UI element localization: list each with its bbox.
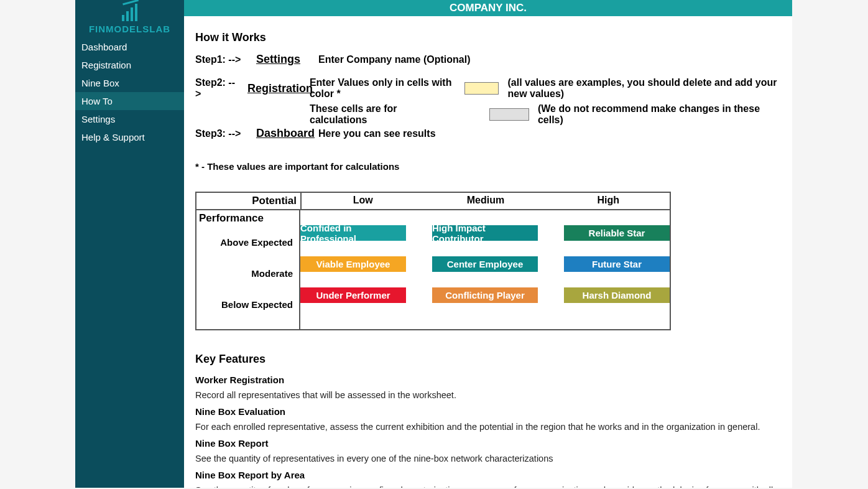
step3-desc: Here you can see results — [318, 128, 436, 139]
sidebar-item-how-to[interactable]: How To — [75, 92, 184, 110]
box-reliable-star: Reliable Star — [564, 225, 670, 241]
company-title: COMPANY INC. — [450, 2, 527, 14]
content-area: How it Works Step1: --> Settings Enter C… — [184, 16, 792, 488]
step3-row: Step3: --> Dashboard Here you can see re… — [195, 127, 781, 140]
step2-note1: (all values are examples, you should del… — [507, 77, 781, 100]
matrix-row-above: Above Expected — [196, 236, 299, 267]
key-features-title: Key Features — [195, 353, 781, 366]
box-harsh-diamond: Harsh Diamond — [564, 287, 670, 303]
box-confided-professional: Confided in Professional — [300, 225, 406, 241]
matrix-row-2: Under Performer Conflicting Player Harsh… — [300, 287, 670, 303]
matrix-col-medium: Medium — [424, 193, 547, 209]
matrix-header-row: Potential Low Medium High — [196, 193, 670, 210]
star-note: * - These values are important for calcu… — [195, 161, 781, 172]
matrix-row-below: Below Expected — [196, 298, 299, 329]
matrix-row-1: Viable Employee Center Employee Future S… — [300, 256, 670, 272]
feature-nine-box-report-p: See the quantity of representatives in e… — [195, 454, 781, 463]
main-area: COMPANY INC. How it Works Step1: --> Set… — [184, 0, 792, 488]
step3-label: Step3: --> — [195, 128, 247, 139]
brand-name: FINMODELSLAB — [89, 24, 170, 34]
box-future-star: Future Star — [564, 256, 670, 272]
step2-link[interactable]: Registration — [247, 82, 301, 95]
sidebar-item-settings[interactable]: Settings — [75, 110, 184, 128]
step1-desc: Enter Company name (Optional) — [318, 54, 470, 65]
gray-calc-cell — [489, 108, 529, 121]
step1-link[interactable]: Settings — [256, 53, 310, 66]
matrix-row-moderate: Moderate — [196, 267, 299, 298]
matrix-col-high: High — [547, 193, 670, 209]
step2-subdesc: These cells are for calculations — [310, 103, 453, 126]
sidebar-item-nine-box[interactable]: Nine Box — [75, 74, 184, 92]
box-high-impact: High Impact Contributor — [432, 225, 538, 241]
yellow-input-cell[interactable] — [464, 82, 499, 95]
step2-note2: (We do not recommend make changes in the… — [538, 103, 781, 126]
feature-nine-box-area-p: See the quantity of workers for every ni… — [195, 485, 781, 488]
feature-nine-box-area-h: Nine Box Report by Area — [195, 470, 781, 480]
matrix-corner-potential: Potential — [196, 193, 302, 209]
step2-label: Step2: --> — [195, 77, 239, 100]
feature-nine-box-eval-p: For each enrolled representative, assess… — [195, 422, 781, 432]
feature-nine-box-report-h: Nine Box Report — [195, 438, 781, 449]
box-conflicting-player: Conflicting Player — [432, 287, 538, 303]
box-center-employee: Center Employee — [432, 256, 538, 272]
app-window: FINMODELSLAB Dashboard Registration Nine… — [75, 0, 792, 488]
matrix-cells: Confided in Professional High Impact Con… — [300, 210, 670, 329]
brand-logo: FINMODELSLAB — [75, 1, 184, 38]
box-viable-employee: Viable Employee — [300, 256, 406, 272]
box-under-performer: Under Performer — [300, 287, 406, 303]
step2-subrow: These cells are for calculations (We do … — [310, 103, 781, 126]
step2-desc: Enter Values only in cells with color * — [310, 77, 456, 100]
step3-link[interactable]: Dashboard — [256, 127, 310, 140]
page-header: COMPANY INC. — [184, 0, 792, 16]
logo-icon — [118, 2, 142, 21]
step1-label: Step1: --> — [195, 54, 247, 65]
feature-nine-box-eval-h: Nine Box Evaluation — [195, 406, 781, 417]
sidebar-item-dashboard[interactable]: Dashboard — [75, 38, 184, 56]
matrix-performance-title: Performance — [196, 210, 299, 236]
matrix-body: Performance Above Expected Moderate Belo… — [196, 210, 670, 329]
how-it-works-title: How it Works — [195, 31, 781, 44]
feature-worker-registration-h: Worker Registration — [195, 375, 781, 385]
step1-row: Step1: --> Settings Enter Company name (… — [195, 53, 781, 66]
matrix-col-low: Low — [302, 193, 424, 209]
nine-box-matrix: Potential Low Medium High Performance Ab… — [195, 192, 671, 330]
matrix-row-labels: Performance Above Expected Moderate Belo… — [196, 210, 300, 329]
sidebar: FINMODELSLAB Dashboard Registration Nine… — [75, 0, 184, 488]
step2-row: Step2: --> Registration Enter Values onl… — [195, 77, 781, 100]
matrix-row-0: Confided in Professional High Impact Con… — [300, 225, 670, 241]
sidebar-item-registration[interactable]: Registration — [75, 56, 184, 74]
feature-worker-registration-p: Record all representatives that will be … — [195, 390, 781, 400]
sidebar-item-help-support[interactable]: Help & Support — [75, 128, 184, 146]
